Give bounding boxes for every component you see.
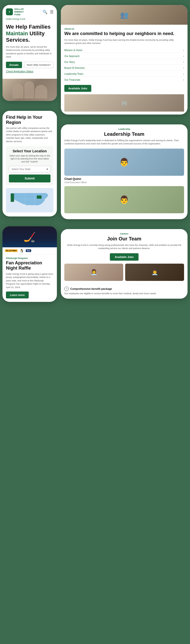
donate-button[interactable]: Donate [6,62,22,68]
svg-rect-4 [37,196,42,199]
submit-button[interactable]: Submit [9,174,50,182]
lottery-logo: PA LOTTERY [5,249,18,252]
header-icons: 🔍 ☰ [43,10,53,14]
logo-icon: $ [6,8,13,15]
person-silhouette [12,84,24,98]
person-silhouette [35,85,47,98]
phone-header: $ DOLLAR ENERGY FUND 🔍 ☰ [3,5,57,18]
penguins-logo: 🐧 [20,249,24,253]
chevron-right-icon: › [183,49,184,52]
leader-photo-2: 👨 [64,186,184,213]
careers-tag: Careers [64,232,184,235]
about-link-board[interactable]: Board Of Directors › [64,66,184,71]
location-box-title: Select Your Location [9,149,50,153]
about-links: Mission & Vision › Our Approach › Our St… [64,48,184,82]
leader-name-1: Chad Quinn [64,177,184,181]
careers-content: Careers Join Our Team Dollar Energy Fund… [61,229,187,299]
find-help-description: We partner with utility companies across… [6,127,53,144]
learn-more-button[interactable]: Learn more [6,292,29,298]
careers-description: Dollar Energy Fund is currently hiring c… [64,244,184,250]
logo-text: DOLLAR ENERGY FUND [14,8,24,16]
benefit-section: ☉ Comprehensive benefit package Our empl… [64,284,184,296]
office-icon: 🏢 [121,100,127,106]
hero-image [3,79,57,101]
state-select[interactable]: Select Your State Alabama Alaska Pennsyl… [9,166,50,172]
career-photo-1: 👩‍💼 [64,264,123,281]
available-jobs-button[interactable]: Available Jobs [64,85,91,92]
careers-images: 👩‍💼 👨‍💼 [64,264,184,281]
raffle-title: Fan Appreciation Night Raffle [6,260,53,271]
career-photo-2: 👨‍💼 [125,264,184,281]
phone-hero: $ DOLLAR ENERGY FUND 🔍 ☰ Dollar Energy F… [3,5,57,101]
careers-jobs-button[interactable]: Available Jobs [110,253,139,261]
about-tag: About Us [64,28,184,30]
person-avatar-1: 👨 [119,158,129,167]
svg-rect-5 [11,194,14,202]
hockey-icon: 🏒 [24,231,36,243]
about-header-image: 👥 [61,5,187,25]
leadership-tag: Leadership [64,128,184,130]
location-box: Select Your Location Select your state b… [6,146,53,186]
about-link-mission[interactable]: Mission & Vision › [64,48,184,53]
raffle-tag: Pittsburgh Penguins [6,257,53,260]
career-image-1: 👩‍💼 [64,264,123,281]
location-box-description: Select your state by clicking the map on… [9,154,50,164]
logo-area: $ DOLLAR ENERGY FUND [6,8,24,16]
person-avatar-2: 👨 [119,195,129,204]
careers-title: Join Our Team [64,236,184,242]
menu-icon[interactable]: ☰ [50,10,53,14]
phone-raffle: 🏒 PA LOTTERY 🐧 N.B. Pittsburgh Penguins … [3,226,57,302]
chevron-right-icon: › [183,72,184,75]
find-help-content: Find Help in Your Region We partner with… [3,111,57,216]
chevron-right-icon: › [183,67,184,69]
benefit-icon-row: ☉ Comprehensive benefit package [64,286,184,291]
map-svg [6,188,53,212]
search-icon[interactable]: 🔍 [43,10,48,14]
phone-leadership: Leadership Leadership Team Dollar Energy… [61,124,187,219]
people-group [10,79,50,101]
hero-title: We Help Families Maintain Utility Servic… [6,24,53,43]
penguin-icon: 🐧 [20,249,24,253]
about-link-financials[interactable]: Our Financials › [64,77,184,82]
raffle-logos-bar: PA LOTTERY 🐧 N.B. [3,247,57,254]
leader-image-1: 👨 [64,148,184,176]
about-link-leadership[interactable]: Leadership Team › [64,71,184,77]
leader-card-1: 👨 Chad Quinn Chief Executive Officer [64,148,184,184]
us-map[interactable] [6,188,53,212]
people-icon: 👥 [120,11,129,19]
leadership-description: Dollar Energy Fund's leadership team is … [64,139,184,146]
about-content: About Us We are committed to helping our… [61,25,187,114]
leader-photo-1: 👨 [64,148,184,176]
phone-careers: Careers Join Our Team Dollar Energy Fund… [61,229,187,299]
about-description: For more than 40 years, Dollar Energy Fu… [64,38,184,45]
benefit-title: Comprehensive benefit package [70,287,112,290]
check-application-status-link[interactable]: Check Application Status [6,70,53,73]
hero-buttons: Donate Need Utility Assistance? [6,62,53,68]
hero-description: For more than 40 years, we've served the… [6,46,53,59]
raffle-description: Dollar Energy Fund is giving away a game… [6,272,53,289]
lottery-badge: PA LOTTERY [5,249,18,252]
leader-title-1: Chief Executive Officer [64,181,184,184]
about-bottom-image: 🏢 [64,94,184,112]
phone-find-help: Find Help in Your Region We partner with… [3,111,57,216]
nb-logo: N.B. [26,249,31,252]
career-image-2: 👨‍💼 [125,264,184,281]
team-icon-2: 👨‍💼 [151,269,158,276]
leader-image-2: 👨 [64,186,184,213]
leader-card-2: 👨 [64,186,184,213]
phone-about: 👥 About Us We are committed to helping o… [61,5,187,114]
benefit-shield-icon: ☉ [64,286,69,291]
utility-assistance-button[interactable]: Need Utility Assistance? [24,62,53,68]
team-icon-1: 👩‍💼 [90,269,97,276]
leadership-content: Leadership Leadership Team Dollar Energy… [61,124,187,219]
state-select-wrapper: Select Your State Alabama Alaska Pennsyl… [9,166,50,172]
about-link-story[interactable]: Our Story › [64,60,184,65]
about-link-approach[interactable]: Our Approach › [64,54,184,59]
benefit-description: Our employees are eligible to receive be… [64,292,184,296]
find-help-title: Find Help in Your Region [6,115,53,125]
nb-badge: N.B. [26,249,31,252]
raffle-image: 🏒 [3,226,57,247]
about-title: We are committed to helping our neighbor… [64,31,184,36]
chevron-right-icon: › [183,78,184,81]
person-silhouette [24,81,34,98]
